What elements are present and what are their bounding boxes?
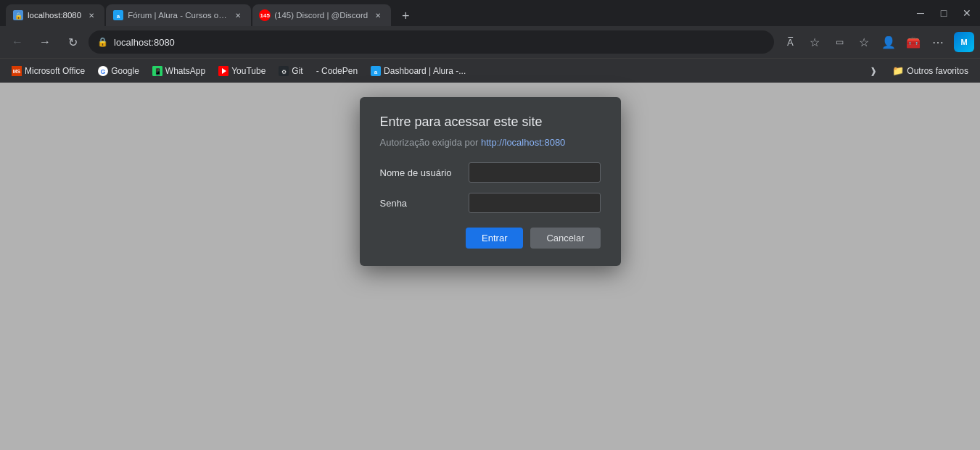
bookmark-google-label: Google	[111, 66, 139, 76]
svg-text:🔒: 🔒	[15, 12, 23, 20]
back-button[interactable]: ←	[6, 30, 29, 54]
bookmark-youtube-label: YouTube	[231, 66, 265, 76]
tab-alura-close[interactable]: ✕	[232, 9, 244, 21]
auth-dialog: Entre para acessar este site Autorização…	[360, 97, 621, 266]
edge-copilot-button[interactable]: M	[954, 32, 974, 52]
submit-button[interactable]: Entrar	[466, 228, 523, 249]
password-input[interactable]	[469, 193, 601, 213]
youtube-favicon	[218, 66, 228, 76]
cancel-button[interactable]: Cancelar	[530, 228, 600, 249]
tab-bar: 🔒 localhost:8080 ✕ a Fórum | Alura - Cur…	[6, 0, 905, 26]
page-content: Entre para acessar este site Autorização…	[0, 83, 980, 450]
svg-text:MS: MS	[13, 69, 21, 74]
bookmark-github-label: Git	[292, 66, 302, 76]
maximize-button[interactable]: □	[936, 7, 951, 19]
username-row: Nome de usuário	[380, 162, 601, 183]
nav-bar: ← → ↻ 🔒 localhost:8080 A̅ ☆ ▭ ☆ 👤 🧰 ⋯ M	[0, 26, 980, 58]
alura-favicon: a	[371, 66, 381, 76]
split-screen-button[interactable]: ▭	[828, 30, 851, 54]
title-bar: 🔒 localhost:8080 ✕ a Fórum | Alura - Cur…	[0, 0, 980, 26]
github-favicon: ⚙	[279, 66, 289, 76]
overlay: Entre para acessar este site Autorização…	[0, 83, 980, 450]
tab-alura-favicon: a	[113, 10, 123, 20]
minimize-button[interactable]: ─	[913, 7, 928, 19]
svg-text:⚙: ⚙	[281, 69, 287, 75]
tab-discord-close[interactable]: ✕	[372, 9, 384, 21]
svg-text:G: G	[101, 68, 106, 75]
tab-alura[interactable]: a Fórum | Alura - Cursos online de ✕	[106, 4, 251, 26]
tab-localhost-favicon: 🔒	[13, 10, 23, 20]
profile-button[interactable]: 👤	[877, 30, 900, 54]
dialog-subtitle-text: Autorização exigida por	[380, 137, 481, 148]
svg-text:📱: 📱	[153, 67, 162, 76]
new-tab-button[interactable]: +	[395, 6, 416, 26]
window-controls: ─ □ ✕	[907, 7, 974, 19]
tab-discord-favicon: 145	[260, 10, 270, 20]
bookmark-others-label: Outros favoritos	[907, 66, 968, 76]
bookmark-codepen[interactable]: - CodePen	[310, 63, 363, 79]
dialog-title: Entre para acessar este site	[380, 114, 601, 130]
close-button[interactable]: ✕	[960, 7, 974, 19]
browser-chrome: 🔒 localhost:8080 ✕ a Fórum | Alura - Cur…	[0, 0, 980, 83]
bookmark-ms-office[interactable]: MS Microsoft Office	[6, 63, 91, 79]
collections-button[interactable]: ☆	[852, 30, 876, 54]
bookmark-github[interactable]: ⚙ Git	[273, 63, 308, 79]
tab-alura-title: Fórum | Alura - Cursos online de	[128, 11, 228, 20]
google-favicon: G	[98, 66, 108, 76]
bookmark-others-folder[interactable]: 📁 Outros favoritos	[886, 62, 974, 79]
ms-office-favicon: MS	[12, 66, 22, 76]
username-label: Nome de usuário	[380, 167, 460, 178]
whatsapp-favicon: 📱	[152, 66, 162, 76]
refresh-button[interactable]: ↻	[61, 30, 84, 54]
dialog-subtitle: Autorização exigida por http://localhost…	[380, 137, 601, 148]
folder-icon: 📁	[892, 65, 904, 76]
bookmark-ms-office-label: Microsoft Office	[25, 66, 85, 76]
address-text: localhost:8080	[114, 37, 765, 48]
nav-actions: A̅ ☆ ▭ ☆ 👤 🧰 ⋯ M	[778, 30, 974, 54]
password-label: Senha	[380, 198, 460, 209]
bookmarks-bar: MS Microsoft Office G Google 📱 WhatsA	[0, 58, 980, 83]
discord-badge: 145	[259, 9, 271, 21]
forward-button[interactable]: →	[33, 30, 57, 54]
svg-text:a: a	[117, 13, 120, 20]
bookmark-whatsapp[interactable]: 📱 WhatsApp	[147, 63, 211, 79]
bookmark-youtube[interactable]: YouTube	[213, 63, 271, 79]
tab-discord[interactable]: 145 (145) Discord | @Discord ✕	[252, 4, 391, 26]
username-input[interactable]	[469, 162, 601, 183]
tab-discord-title: (145) Discord | @Discord	[274, 11, 368, 20]
favorites-button[interactable]: ☆	[803, 30, 826, 54]
more-button[interactable]: ⋯	[926, 30, 950, 54]
password-row: Senha	[380, 193, 601, 213]
read-aloud-button[interactable]: A̅	[778, 30, 802, 54]
lock-icon: 🔒	[97, 37, 108, 47]
extensions-button[interactable]: 🧰	[902, 30, 925, 54]
dialog-buttons: Entrar Cancelar	[380, 228, 601, 249]
bookmark-whatsapp-label: WhatsApp	[165, 66, 205, 76]
address-bar[interactable]: 🔒 localhost:8080	[88, 30, 774, 54]
tab-localhost-title: localhost:8080	[28, 11, 81, 20]
tab-localhost-close[interactable]: ✕	[86, 9, 97, 21]
bookmark-codepen-label: - CodePen	[316, 66, 358, 76]
bookmarks-more-button[interactable]: ❱	[865, 62, 882, 80]
bookmark-google[interactable]: G Google	[92, 63, 145, 79]
bookmark-alura-label: Dashboard | Alura -...	[384, 66, 466, 76]
dialog-subtitle-url[interactable]: http://localhost:8080	[481, 137, 565, 148]
tab-localhost[interactable]: 🔒 localhost:8080 ✕	[6, 4, 104, 26]
bookmark-alura-dashboard[interactable]: a Dashboard | Alura -...	[365, 63, 472, 79]
svg-text:a: a	[374, 69, 378, 75]
